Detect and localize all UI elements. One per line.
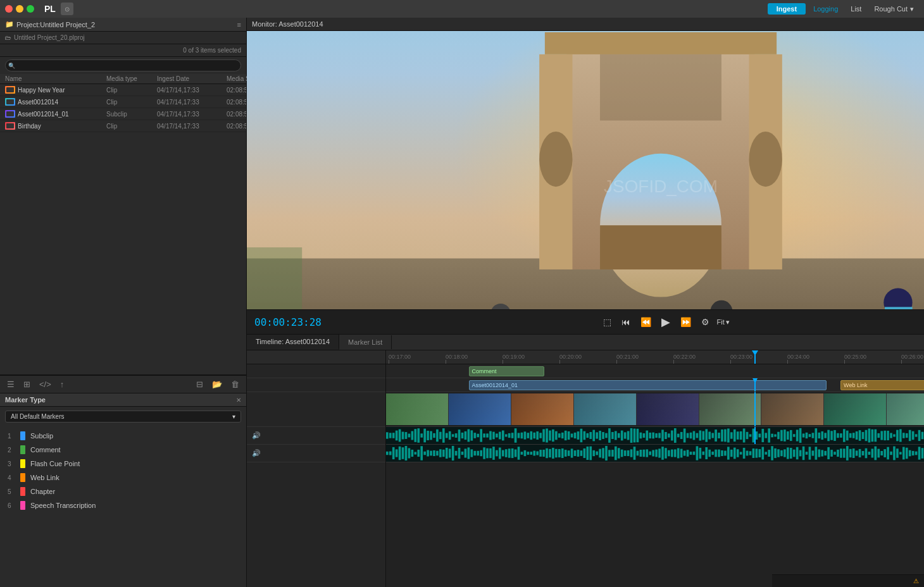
subclip-marker[interactable]: Asset0012014_01 <box>469 380 827 390</box>
svg-rect-275 <box>446 448 448 459</box>
table-row[interactable]: Asset0012014 Clip 04/17/14,17:33 02:08:5… <box>0 96 246 108</box>
svg-rect-355 <box>696 446 699 460</box>
list-item[interactable]: 5 Chapter <box>0 485 246 498</box>
prev-frame-button[interactable]: ⏮ <box>619 316 633 328</box>
svg-rect-186 <box>859 430 861 441</box>
svg-rect-137 <box>705 429 708 442</box>
search-input[interactable] <box>5 59 241 71</box>
svg-rect-156 <box>765 433 767 438</box>
marker-number: 1 <box>8 433 15 440</box>
svg-rect-143 <box>724 429 727 442</box>
clip-thumb-1 <box>386 393 449 425</box>
svg-rect-321 <box>589 447 592 460</box>
svg-rect-80 <box>527 433 530 438</box>
svg-rect-132 <box>690 433 692 438</box>
marker-color-swatch <box>20 431 25 440</box>
clip-thumb-8 <box>824 393 887 425</box>
svg-rect-107 <box>611 432 614 439</box>
audio-waveform-1: // Will be drawn via JS <box>386 427 924 444</box>
table-row[interactable]: Birthday Clip 04/17/14,17:33 02:08:52:16 <box>0 120 246 132</box>
svg-rect-345 <box>665 448 667 459</box>
list-view-button[interactable]: ☰ <box>5 378 16 390</box>
svg-rect-62 <box>471 430 473 440</box>
marker-type-close[interactable]: ✕ <box>236 397 241 404</box>
list-button[interactable]: List <box>846 3 866 15</box>
play-button[interactable]: ▶ <box>659 314 673 330</box>
svg-rect-175 <box>824 433 827 438</box>
svg-rect-396 <box>824 451 827 455</box>
svg-rect-56 <box>452 434 454 436</box>
svg-rect-205 <box>918 430 921 441</box>
table-row[interactable]: Happy New Year Clip 04/17/14,17:33 02:08… <box>0 84 246 96</box>
close-button[interactable] <box>5 5 13 13</box>
svg-rect-164 <box>790 430 792 441</box>
svg-rect-267 <box>420 446 423 460</box>
svg-rect-292 <box>499 448 501 459</box>
svg-rect-199 <box>899 429 902 442</box>
folder-button[interactable]: 📂 <box>210 378 224 390</box>
delete-button[interactable]: 🗑 <box>229 378 241 390</box>
maximize-button[interactable] <box>27 5 34 13</box>
svg-rect-305 <box>539 450 542 457</box>
svg-rect-312 <box>561 448 564 458</box>
export-button[interactable]: ⬚ <box>601 316 614 328</box>
svg-rect-64 <box>477 434 479 437</box>
step-back-button[interactable]: ⏪ <box>638 316 654 328</box>
asset-date: 04/17/14,17:33 <box>157 87 227 94</box>
svg-rect-333 <box>627 450 630 456</box>
svg-rect-39 <box>399 429 401 442</box>
svg-rect-427 <box>921 448 924 459</box>
svg-rect-147 <box>737 431 739 440</box>
svg-rect-337 <box>640 450 642 457</box>
timeline-header: Timeline: Asset0012014 Marker List Show:… <box>247 335 924 350</box>
list-item[interactable]: 3 Flash Cue Point <box>0 457 246 471</box>
list-item[interactable]: 4 Web Link <box>0 471 246 485</box>
window-controls[interactable] <box>5 5 34 13</box>
svg-rect-391 <box>809 447 811 459</box>
ruler-mark: 00:26:00 <box>901 354 924 364</box>
svg-rect-144 <box>727 428 730 442</box>
svg-rect-342 <box>655 450 658 457</box>
svg-rect-387 <box>796 447 799 460</box>
svg-rect-307 <box>546 448 548 458</box>
svg-rect-176 <box>827 430 830 442</box>
svg-rect-45 <box>417 428 420 443</box>
svg-rect-265 <box>415 452 417 454</box>
marker-number: 4 <box>8 474 15 481</box>
icon-view-button[interactable]: ⊞ <box>22 378 32 390</box>
settings-button[interactable]: ⚙ <box>699 316 712 328</box>
svg-rect-3 <box>247 302 924 309</box>
svg-rect-310 <box>555 449 558 458</box>
embed-button[interactable]: </> <box>37 378 53 390</box>
roughcut-button[interactable]: Rough Cut ▾ <box>869 3 919 15</box>
step-forward-button[interactable]: ⏩ <box>678 316 694 328</box>
svg-rect-327 <box>608 450 611 456</box>
split-button[interactable]: ⊟ <box>194 378 205 390</box>
logging-button[interactable]: Logging <box>808 3 843 15</box>
svg-rect-54 <box>446 433 448 438</box>
fit-dropdown[interactable]: Fit ▾ <box>717 318 730 326</box>
track-label-clip <box>247 392 385 427</box>
weblink-marker[interactable]: Web Link <box>840 380 924 390</box>
svg-rect-320 <box>587 447 589 460</box>
up-button[interactable]: ↑ <box>58 378 66 390</box>
svg-rect-259 <box>396 449 398 457</box>
project-menu-icon[interactable]: ≡ <box>237 21 241 28</box>
svg-rect-89 <box>555 431 558 440</box>
list-item[interactable]: 1 Subclip <box>0 429 246 443</box>
comment-marker[interactable]: Comment <box>469 366 545 376</box>
search-box[interactable] <box>5 59 241 71</box>
tab-marker-list[interactable]: Marker List <box>339 335 392 349</box>
table-row[interactable]: Asset0012014_01 Subclip 04/17/14,17:33 0… <box>0 108 246 120</box>
svg-rect-86 <box>546 428 548 442</box>
project-panel: 📁 Project:Untitled Project_2 ≡ 🗁 Untitle… <box>0 18 246 375</box>
asset-date: 04/17/14,17:33 <box>157 99 227 106</box>
svg-rect-346 <box>668 450 670 457</box>
ingest-button[interactable]: Ingest <box>768 3 806 15</box>
minimize-button[interactable] <box>16 5 23 13</box>
list-item[interactable]: 6 Speech Transcription <box>0 498 246 512</box>
svg-rect-154 <box>759 434 761 438</box>
marker-type-dropdown[interactable]: All Default Markers ▾ <box>5 411 241 423</box>
list-item[interactable]: 2 Comment <box>0 443 246 457</box>
tab-timeline[interactable]: Timeline: Asset0012014 <box>247 335 339 350</box>
